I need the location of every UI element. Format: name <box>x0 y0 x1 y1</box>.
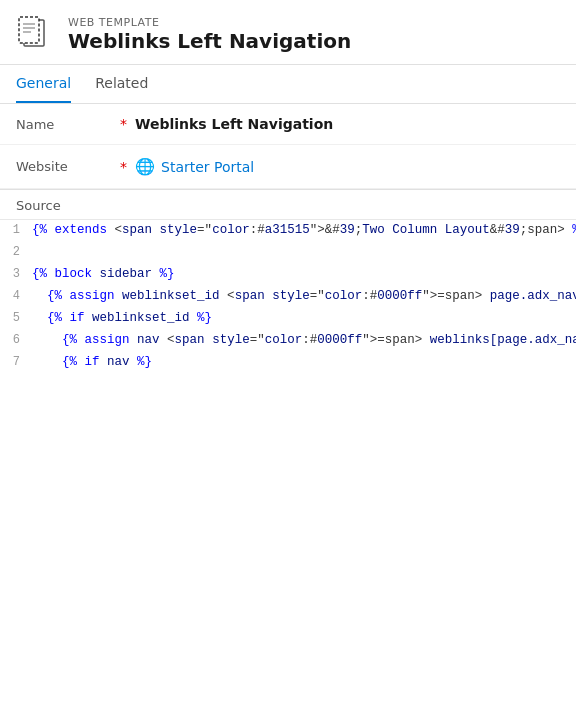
line-number: 1 <box>0 220 32 242</box>
code-line: 6 {% assign nav <span style="color:#0000… <box>0 330 576 352</box>
line-content: {% assign weblinkset_id <span style="col… <box>32 286 576 308</box>
source-section: Source 1{% extends <span style="color:#a… <box>0 190 576 374</box>
line-content: {% if weblinkset_id %} <box>32 308 576 330</box>
code-line: 7 {% if nav %} <box>0 352 576 374</box>
code-line: 3{% block sidebar %} <box>0 264 576 286</box>
name-label: Name <box>16 117 116 132</box>
line-content: {% extends <span style="color:#a31515">&… <box>32 220 576 242</box>
source-label: Source <box>0 190 576 219</box>
fields-section: Name * Weblinks Left Navigation Website … <box>0 104 576 190</box>
line-number: 6 <box>0 330 32 352</box>
name-required: * <box>120 116 127 132</box>
code-line: 2 <box>0 242 576 264</box>
line-content <box>32 242 576 264</box>
globe-icon: 🌐 <box>135 157 155 176</box>
line-number: 4 <box>0 286 32 308</box>
line-number: 5 <box>0 308 32 330</box>
line-number: 3 <box>0 264 32 286</box>
tab-bar: General Related <box>0 65 576 104</box>
website-label: Website <box>16 159 116 174</box>
line-content: {% assign nav <span style="color:#0000ff… <box>32 330 576 352</box>
line-number: 7 <box>0 352 32 374</box>
website-value: Starter Portal <box>161 159 254 175</box>
code-line: 1{% extends <span style="color:#a31515">… <box>0 220 576 242</box>
website-required: * <box>120 159 127 175</box>
svg-rect-1 <box>19 17 39 43</box>
line-number: 2 <box>0 242 32 264</box>
name-field-row: Name * Weblinks Left Navigation <box>0 104 576 145</box>
code-line: 5 {% if weblinkset_id %} <box>0 308 576 330</box>
header-category: WEB TEMPLATE <box>68 16 351 29</box>
website-value-link[interactable]: 🌐 Starter Portal <box>135 157 254 176</box>
web-template-icon <box>16 14 56 54</box>
name-value: Weblinks Left Navigation <box>135 116 333 132</box>
line-content: {% if nav %} <box>32 352 576 374</box>
website-field-row: Website * 🌐 Starter Portal <box>0 145 576 189</box>
tab-general[interactable]: General <box>16 65 71 103</box>
line-content: {% block sidebar %} <box>32 264 576 286</box>
code-line: 4 {% assign weblinkset_id <span style="c… <box>0 286 576 308</box>
header-text-block: WEB TEMPLATE Weblinks Left Navigation <box>68 16 351 53</box>
code-editor[interactable]: 1{% extends <span style="color:#a31515">… <box>0 219 576 374</box>
tab-related[interactable]: Related <box>95 65 148 103</box>
header-title: Weblinks Left Navigation <box>68 29 351 53</box>
page-header: WEB TEMPLATE Weblinks Left Navigation <box>0 0 576 65</box>
